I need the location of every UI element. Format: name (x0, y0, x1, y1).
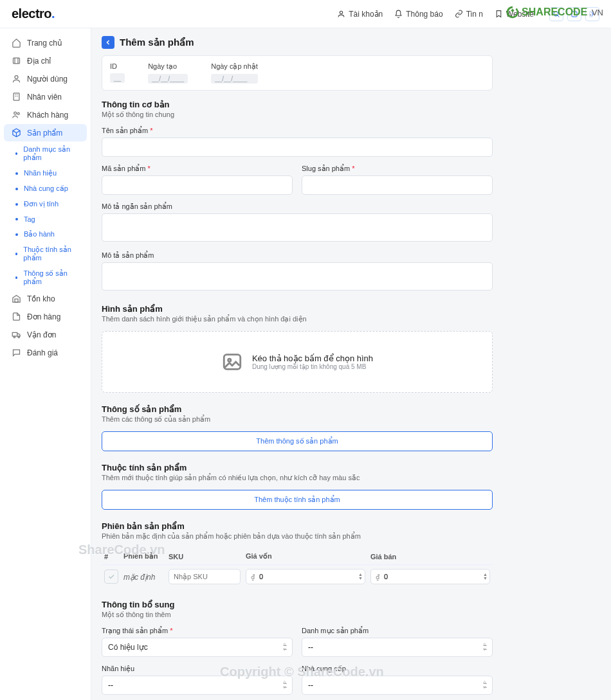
sidebar-item-customers[interactable]: Khách hàng (4, 106, 87, 123)
label-supplier: Nhà cung cấp (302, 665, 493, 673)
col-sku: SKU (166, 548, 243, 565)
svg-point-1 (554, 12, 558, 16)
input-product-slug[interactable] (302, 175, 493, 195)
sidebar-item-address[interactable]: Địa chỉ (4, 52, 87, 69)
meta-id-value: __ (110, 73, 125, 83)
page-title: Thêm sản phẩm (120, 37, 194, 48)
section-variants: Phiên bản sản phẩm Phiên bản mặc định củ… (102, 521, 493, 588)
sidebar-sub-brand[interactable]: Nhãn hiệu (4, 166, 87, 181)
variant-name: mặc định (123, 573, 155, 582)
currency-icon: ₫ (376, 573, 379, 580)
sidebar-sub-category[interactable]: Danh mục sản phẩm (4, 142, 87, 165)
bell-icon (394, 10, 403, 18)
sidebar-item-products[interactable]: Sản phẩm (4, 124, 87, 141)
sidebar-item-inventory[interactable]: Tồn kho (4, 290, 87, 307)
select-category[interactable] (302, 638, 493, 657)
section-attributes: Thuộc tính sản phẩm Thêm mới thuộc tính … (102, 463, 493, 510)
sidebar-sub-attributes[interactable]: Thuộc tính sản phẩm (4, 242, 87, 265)
brand-logo[interactable]: electro. (12, 6, 55, 21)
spinner-icon[interactable]: ▲▼ (358, 573, 363, 580)
svg-rect-5 (14, 93, 19, 100)
link-icon (455, 10, 463, 18)
select-status[interactable] (102, 638, 293, 657)
svg-rect-2 (572, 12, 577, 17)
truck-icon (12, 330, 21, 339)
section-images: Hình sản phẩm Thêm danh sách hình giới t… (102, 304, 493, 393)
header-account[interactable]: Tài khoản (337, 10, 383, 19)
header-website[interactable]: Website (495, 10, 534, 19)
variant-row: mặc định ₫▲▼ ₫▲▼ (102, 565, 493, 589)
add-spec-button[interactable]: Thêm thông số sản phẩm (102, 431, 493, 451)
users-icon (12, 110, 21, 120)
sidebar-sub-warranty[interactable]: Bảo hành (4, 227, 87, 242)
header-tool-1[interactable] (549, 7, 563, 21)
col-variant: Phiên bản (121, 548, 166, 565)
add-attr-button[interactable]: Thêm thuộc tính sản phẩm (102, 490, 493, 510)
home-icon (12, 38, 21, 48)
label-product-code: Mã sản phẩm (102, 165, 293, 173)
col-price: Giá bán (368, 548, 493, 565)
header: electro. Tài khoản Thông báo Tin n Websi… (0, 0, 611, 28)
sidebar-item-reviews[interactable]: Đánh giá (4, 344, 87, 361)
sidebar-sub-supplier[interactable]: Nhà cung cấp (4, 181, 87, 196)
section-extra: Thông tin bổ sung Một số thông tin thêm … (102, 600, 493, 700)
sidebar-item-waybill[interactable]: Vận đơn (4, 326, 87, 343)
building-icon (12, 92, 21, 102)
label-desc: Mô tả sản phẩm (102, 251, 493, 260)
section-specs: Thông số sản phẩm Thêm các thông số của … (102, 404, 493, 451)
sidebar-sub-tag[interactable]: Tag (4, 212, 87, 226)
back-button[interactable] (102, 36, 114, 49)
svg-point-4 (15, 76, 18, 79)
image-icon (221, 351, 243, 373)
bullet-icon (15, 172, 18, 175)
svg-point-10 (14, 336, 15, 338)
sidebar-item-home[interactable]: Trang chủ (4, 34, 87, 51)
bullet-icon (15, 188, 18, 190)
input-cost[interactable] (246, 569, 365, 584)
currency-icon: ₫ (251, 573, 255, 580)
svg-rect-3 (14, 58, 20, 64)
svg-point-6 (14, 112, 17, 114)
select-brand[interactable] (102, 676, 293, 695)
chat-icon (12, 348, 21, 357)
sidebar-sub-unit[interactable]: Đơn vị tính (4, 197, 87, 211)
label-brand: Nhãn hiệu (102, 665, 293, 673)
meta-updated-value: __/__/____ (211, 74, 258, 84)
input-product-code[interactable] (102, 175, 293, 195)
label-product-slug: Slug sản phẩm (302, 165, 493, 173)
label-status: Trạng thái sản phẩm (102, 627, 293, 635)
input-product-name[interactable] (102, 138, 493, 157)
col-cost: Giá vốn (243, 548, 368, 565)
sidebar-sub-specs[interactable]: Thông số sản phẩm (4, 266, 87, 289)
file-icon (12, 312, 21, 321)
meta-id-label: ID (110, 62, 125, 70)
sidebar-item-staff[interactable]: Nhân viên (4, 88, 87, 105)
header-tool-3[interactable] (585, 7, 599, 21)
user-icon (12, 74, 21, 84)
header-tool-2[interactable] (567, 7, 581, 21)
svg-point-13 (228, 359, 231, 361)
col-idx: # (102, 548, 121, 565)
svg-point-11 (18, 336, 20, 338)
image-dropzone[interactable]: Kéo thả hoặc bấm để chọn hình Dung lượng… (102, 331, 493, 393)
input-sku[interactable] (169, 569, 241, 584)
bullet-icon (15, 152, 17, 155)
input-short-desc[interactable] (102, 213, 493, 242)
meta-created-value: __/__/____ (148, 74, 188, 84)
input-price[interactable] (370, 569, 490, 584)
sidebar-item-orders[interactable]: Đơn hàng (4, 308, 87, 325)
main-content: Thêm sản phẩm ID__ Ngày tạo__/__/____ Ng… (91, 28, 503, 700)
input-desc[interactable] (102, 262, 493, 291)
sidebar-item-users[interactable]: Người dùng (4, 70, 87, 87)
select-supplier[interactable] (302, 676, 493, 695)
label-product-name: Tên sản phẩm (102, 127, 493, 135)
header-news[interactable]: Tin n (455, 10, 483, 19)
spinner-icon[interactable]: ▲▼ (483, 573, 488, 580)
meta-updated-label: Ngày cập nhật (211, 62, 258, 71)
svg-point-7 (17, 112, 19, 114)
variant-check[interactable] (104, 570, 118, 584)
label-short-desc: Mô tả ngắn sản phẩm (102, 202, 493, 211)
header-notifications[interactable]: Thông báo (394, 10, 442, 19)
svg-rect-8 (15, 299, 18, 302)
label-category: Danh mục sản phẩm (302, 627, 493, 635)
